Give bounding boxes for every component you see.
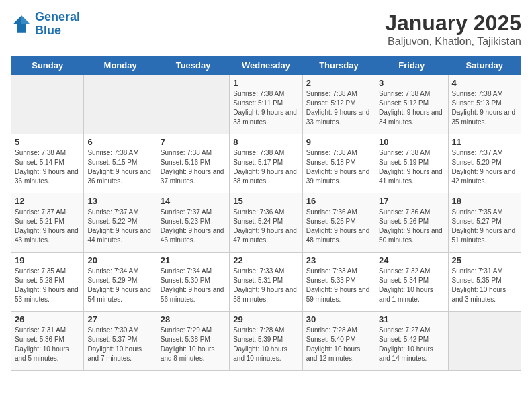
logo-text: General Blue — [35, 11, 80, 38]
weekday-header: Tuesday — [157, 56, 229, 75]
day-number: 14 — [161, 196, 226, 206]
day-info: Sunrise: 7:38 AMSunset: 5:16 PMDaylight:… — [161, 148, 226, 186]
calendar-cell: 6 Sunrise: 7:38 AMSunset: 5:15 PMDayligh… — [84, 134, 157, 193]
weekday-header: Sunday — [11, 56, 84, 75]
day-number: 6 — [87, 137, 152, 147]
day-info: Sunrise: 7:33 AMSunset: 5:33 PMDaylight:… — [306, 267, 371, 304]
day-number: 21 — [161, 255, 226, 265]
calendar-cell: 11 Sunrise: 7:37 AMSunset: 5:20 PMDaylig… — [448, 134, 521, 193]
day-number: 23 — [306, 255, 371, 265]
day-number: 8 — [233, 137, 298, 147]
day-info: Sunrise: 7:27 AMSunset: 5:42 PMDaylight:… — [379, 326, 444, 363]
day-info: Sunrise: 7:38 AMSunset: 5:12 PMDaylight:… — [306, 89, 371, 127]
day-info: Sunrise: 7:36 AMSunset: 5:26 PMDaylight:… — [379, 208, 444, 245]
day-info: Sunrise: 7:30 AMSunset: 5:37 PMDaylight:… — [87, 326, 152, 363]
day-number: 26 — [15, 314, 80, 324]
day-info: Sunrise: 7:28 AMSunset: 5:40 PMDaylight:… — [306, 326, 371, 363]
calendar-cell — [157, 75, 229, 134]
day-info: Sunrise: 7:38 AMSunset: 5:14 PMDaylight:… — [15, 148, 80, 186]
day-info: Sunrise: 7:35 AMSunset: 5:28 PMDaylight:… — [15, 267, 80, 304]
calendar-cell: 5 Sunrise: 7:38 AMSunset: 5:14 PMDayligh… — [11, 134, 84, 193]
day-info: Sunrise: 7:35 AMSunset: 5:27 PMDaylight:… — [452, 208, 517, 245]
calendar-week-row: 19 Sunrise: 7:35 AMSunset: 5:28 PMDaylig… — [11, 253, 521, 312]
calendar-cell: 2 Sunrise: 7:38 AMSunset: 5:12 PMDayligh… — [302, 75, 375, 134]
day-info: Sunrise: 7:37 AMSunset: 5:23 PMDaylight:… — [161, 208, 226, 245]
day-number: 17 — [379, 196, 444, 206]
calendar-cell: 20 Sunrise: 7:34 AMSunset: 5:29 PMDaylig… — [84, 253, 157, 312]
day-number: 9 — [306, 137, 371, 147]
logo: General Blue — [11, 11, 80, 38]
calendar-cell: 28 Sunrise: 7:29 AMSunset: 5:38 PMDaylig… — [157, 312, 229, 371]
day-number: 30 — [306, 314, 371, 324]
day-number: 18 — [452, 196, 517, 206]
calendar-cell: 3 Sunrise: 7:38 AMSunset: 5:12 PMDayligh… — [375, 75, 448, 134]
day-number: 1 — [233, 78, 298, 88]
calendar-cell: 17 Sunrise: 7:36 AMSunset: 5:26 PMDaylig… — [375, 193, 448, 253]
calendar-cell: 9 Sunrise: 7:38 AMSunset: 5:18 PMDayligh… — [302, 134, 375, 193]
day-info: Sunrise: 7:36 AMSunset: 5:25 PMDaylight:… — [306, 208, 371, 245]
calendar-week-row: 26 Sunrise: 7:31 AMSunset: 5:36 PMDaylig… — [11, 312, 521, 371]
calendar-cell — [11, 75, 84, 134]
calendar-cell: 25 Sunrise: 7:31 AMSunset: 5:35 PMDaylig… — [448, 253, 521, 312]
calendar-week-row: 1 Sunrise: 7:38 AMSunset: 5:11 PMDayligh… — [11, 75, 521, 134]
day-number: 31 — [379, 314, 444, 324]
day-info: Sunrise: 7:37 AMSunset: 5:20 PMDaylight:… — [452, 148, 517, 186]
calendar-cell: 19 Sunrise: 7:35 AMSunset: 5:28 PMDaylig… — [11, 253, 84, 312]
day-number: 12 — [15, 196, 80, 206]
day-info: Sunrise: 7:38 AMSunset: 5:13 PMDaylight:… — [452, 89, 517, 127]
day-info: Sunrise: 7:38 AMSunset: 5:19 PMDaylight:… — [379, 148, 444, 186]
calendar-cell: 22 Sunrise: 7:33 AMSunset: 5:31 PMDaylig… — [230, 253, 302, 312]
day-info: Sunrise: 7:28 AMSunset: 5:39 PMDaylight:… — [233, 326, 298, 363]
day-number: 3 — [379, 78, 444, 88]
day-info: Sunrise: 7:31 AMSunset: 5:35 PMDaylight:… — [452, 267, 517, 304]
day-info: Sunrise: 7:31 AMSunset: 5:36 PMDaylight:… — [15, 326, 80, 363]
calendar-cell: 10 Sunrise: 7:38 AMSunset: 5:19 PMDaylig… — [375, 134, 448, 193]
day-number: 19 — [15, 255, 80, 265]
calendar-cell: 7 Sunrise: 7:38 AMSunset: 5:16 PMDayligh… — [157, 134, 229, 193]
calendar-cell — [448, 312, 521, 371]
day-number: 4 — [452, 78, 517, 88]
day-info: Sunrise: 7:37 AMSunset: 5:22 PMDaylight:… — [87, 208, 152, 245]
calendar-table: SundayMondayTuesdayWednesdayThursdayFrid… — [11, 56, 521, 371]
calendar-cell: 18 Sunrise: 7:35 AMSunset: 5:27 PMDaylig… — [448, 193, 521, 253]
weekday-header: Friday — [375, 56, 448, 75]
day-number: 2 — [306, 78, 371, 88]
title-block: January 2025 Baljuvon, Khatlon, Tajikist… — [385, 11, 521, 48]
weekday-header: Monday — [84, 56, 157, 75]
day-info: Sunrise: 7:36 AMSunset: 5:24 PMDaylight:… — [233, 208, 298, 245]
calendar-cell: 14 Sunrise: 7:37 AMSunset: 5:23 PMDaylig… — [157, 193, 229, 253]
day-number: 7 — [161, 137, 226, 147]
calendar-cell: 1 Sunrise: 7:38 AMSunset: 5:11 PMDayligh… — [230, 75, 302, 134]
calendar-cell: 24 Sunrise: 7:32 AMSunset: 5:34 PMDaylig… — [375, 253, 448, 312]
calendar-cell: 29 Sunrise: 7:28 AMSunset: 5:39 PMDaylig… — [230, 312, 302, 371]
day-number: 11 — [452, 137, 517, 147]
day-number: 28 — [161, 314, 226, 324]
day-number: 20 — [87, 255, 152, 265]
day-info: Sunrise: 7:38 AMSunset: 5:12 PMDaylight:… — [379, 89, 444, 127]
logo-icon — [11, 13, 32, 35]
day-number: 24 — [379, 255, 444, 265]
day-number: 29 — [233, 314, 298, 324]
day-info: Sunrise: 7:29 AMSunset: 5:38 PMDaylight:… — [161, 326, 226, 363]
weekday-header: Wednesday — [230, 56, 302, 75]
calendar-cell: 13 Sunrise: 7:37 AMSunset: 5:22 PMDaylig… — [84, 193, 157, 253]
calendar-cell: 31 Sunrise: 7:27 AMSunset: 5:42 PMDaylig… — [375, 312, 448, 371]
weekday-header-row: SundayMondayTuesdayWednesdayThursdayFrid… — [11, 56, 521, 75]
calendar-cell: 12 Sunrise: 7:37 AMSunset: 5:21 PMDaylig… — [11, 193, 84, 253]
calendar-cell: 16 Sunrise: 7:36 AMSunset: 5:25 PMDaylig… — [302, 193, 375, 253]
day-number: 13 — [87, 196, 152, 206]
day-number: 27 — [87, 314, 152, 324]
day-number: 22 — [233, 255, 298, 265]
day-info: Sunrise: 7:37 AMSunset: 5:21 PMDaylight:… — [15, 208, 80, 245]
day-number: 10 — [379, 137, 444, 147]
day-number: 25 — [452, 255, 517, 265]
calendar-cell: 21 Sunrise: 7:34 AMSunset: 5:30 PMDaylig… — [157, 253, 229, 312]
day-number: 16 — [306, 196, 371, 206]
calendar-cell — [84, 75, 157, 134]
weekday-header: Saturday — [448, 56, 521, 75]
calendar-cell: 8 Sunrise: 7:38 AMSunset: 5:17 PMDayligh… — [230, 134, 302, 193]
calendar-cell: 30 Sunrise: 7:28 AMSunset: 5:40 PMDaylig… — [302, 312, 375, 371]
day-number: 15 — [233, 196, 298, 206]
calendar-cell: 4 Sunrise: 7:38 AMSunset: 5:13 PMDayligh… — [448, 75, 521, 134]
day-info: Sunrise: 7:32 AMSunset: 5:34 PMDaylight:… — [379, 267, 444, 304]
